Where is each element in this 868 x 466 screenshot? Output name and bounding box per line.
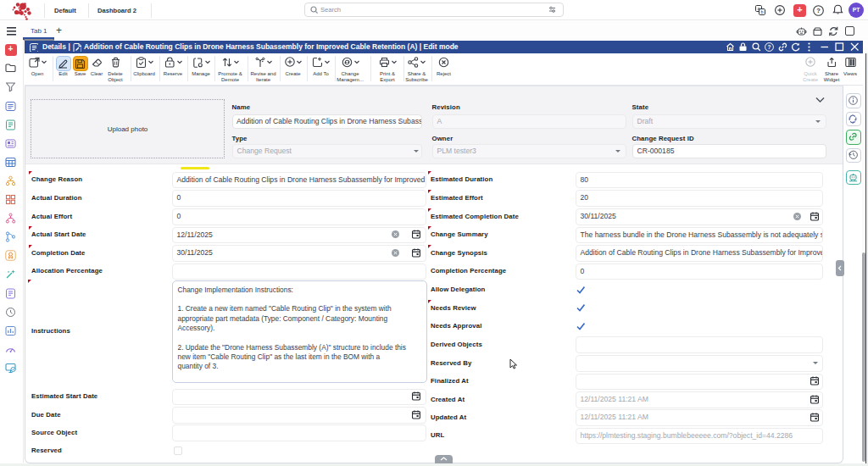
svg-text:b: b: [760, 9, 763, 14]
svg-text:?: ?: [767, 44, 771, 50]
svg-text:?: ?: [816, 7, 821, 14]
